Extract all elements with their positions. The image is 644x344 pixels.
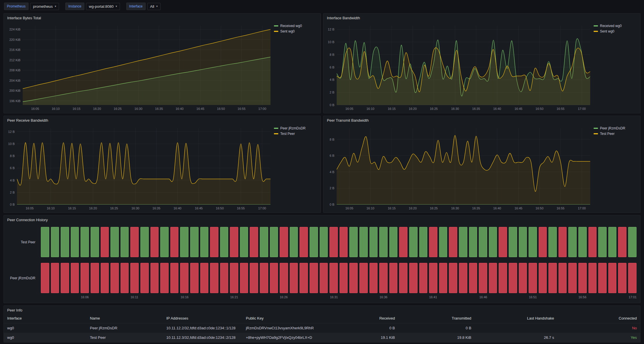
status-bar[interactable] bbox=[548, 263, 557, 293]
status-bar[interactable] bbox=[608, 263, 617, 293]
connection-history-chart[interactable]: Test PeerPeer jRzmDsDR16:0616:1116:1616:… bbox=[6, 225, 637, 301]
status-bar[interactable] bbox=[529, 263, 537, 293]
status-bar[interactable] bbox=[130, 263, 139, 293]
status-bar[interactable] bbox=[389, 263, 398, 293]
status-bar[interactable] bbox=[190, 263, 199, 293]
status-bar[interactable] bbox=[270, 263, 278, 293]
status-bar[interactable] bbox=[628, 263, 637, 293]
table-header-cell[interactable]: Last Handshake bbox=[475, 314, 558, 323]
status-bar[interactable] bbox=[110, 227, 119, 257]
status-bar[interactable] bbox=[41, 263, 49, 293]
status-bar[interactable] bbox=[140, 263, 149, 293]
status-bar[interactable] bbox=[270, 227, 278, 257]
status-bar[interactable] bbox=[519, 227, 527, 257]
legend-item[interactable]: Received wg0 bbox=[274, 24, 318, 28]
status-bar[interactable] bbox=[290, 263, 298, 293]
status-bar[interactable] bbox=[340, 227, 348, 257]
panel-title[interactable]: Peer Transmit Bandwidth bbox=[323, 116, 640, 124]
status-bar[interactable] bbox=[250, 227, 258, 257]
status-bar[interactable] bbox=[180, 263, 188, 293]
table-header-cell[interactable]: Interface bbox=[4, 314, 87, 323]
legend-item[interactable]: Received wg0 bbox=[594, 24, 637, 28]
bytes-total-chart[interactable]: 196 KiB200 KiB204 KiB208 KiB212 KiB216 K… bbox=[6, 23, 272, 111]
status-bar[interactable] bbox=[499, 263, 507, 293]
status-bar[interactable] bbox=[439, 227, 447, 257]
status-bar[interactable] bbox=[429, 263, 437, 293]
legend-item[interactable]: Test Peer bbox=[274, 132, 318, 136]
table-header-cell[interactable]: Transmitted bbox=[398, 314, 475, 323]
status-bar[interactable] bbox=[300, 263, 308, 293]
peer-transmit-chart[interactable]: 0 B2 B4 B6 B8 B16:0516:1016:1516:2016:25… bbox=[326, 125, 592, 211]
variable-label-prometheus[interactable]: Prometheus bbox=[4, 3, 28, 10]
status-bar[interactable] bbox=[598, 227, 607, 257]
status-bar[interactable] bbox=[91, 227, 99, 257]
status-bar[interactable] bbox=[71, 227, 79, 257]
status-bar[interactable] bbox=[220, 227, 228, 257]
status-bar[interactable] bbox=[300, 227, 308, 257]
status-bar[interactable] bbox=[81, 227, 89, 257]
status-bar[interactable] bbox=[91, 263, 99, 293]
status-bar[interactable] bbox=[329, 227, 338, 257]
status-bar[interactable] bbox=[628, 227, 637, 257]
status-bar[interactable] bbox=[130, 227, 139, 257]
status-bar[interactable] bbox=[230, 263, 238, 293]
status-bar[interactable] bbox=[200, 227, 209, 257]
variable-value-instance[interactable]: wg-portal:8080 ▾ bbox=[86, 3, 120, 10]
status-bar[interactable] bbox=[568, 227, 577, 257]
status-bar[interactable] bbox=[150, 263, 159, 293]
panel-title[interactable]: Interface Bytes Total bbox=[4, 14, 321, 21]
status-bar[interactable] bbox=[379, 263, 388, 293]
status-bar[interactable] bbox=[280, 227, 288, 257]
status-bar[interactable] bbox=[150, 227, 159, 257]
status-bar[interactable] bbox=[121, 263, 129, 293]
status-bar[interactable] bbox=[409, 227, 418, 257]
status-bar[interactable] bbox=[260, 227, 268, 257]
status-bar[interactable] bbox=[190, 227, 199, 257]
status-bar[interactable] bbox=[310, 227, 318, 257]
status-bar[interactable] bbox=[419, 263, 428, 293]
status-bar[interactable] bbox=[51, 227, 59, 257]
status-bar[interactable] bbox=[618, 263, 626, 293]
legend-item[interactable]: Test Peer bbox=[594, 132, 637, 136]
status-bar[interactable] bbox=[41, 227, 49, 257]
status-bar[interactable] bbox=[110, 263, 119, 293]
table-header-cell[interactable]: Received bbox=[322, 314, 398, 323]
status-bar[interactable] bbox=[439, 263, 447, 293]
status-bar[interactable] bbox=[489, 227, 497, 257]
status-bar[interactable] bbox=[349, 263, 358, 293]
status-bar[interactable] bbox=[250, 263, 258, 293]
status-bar[interactable] bbox=[230, 227, 238, 257]
status-bar[interactable] bbox=[399, 227, 407, 257]
status-bar[interactable] bbox=[459, 263, 467, 293]
status-bar[interactable] bbox=[340, 263, 348, 293]
status-bar[interactable] bbox=[578, 227, 587, 257]
status-bar[interactable] bbox=[160, 263, 169, 293]
status-bar[interactable] bbox=[588, 263, 597, 293]
status-bar[interactable] bbox=[61, 263, 69, 293]
status-bar[interactable] bbox=[210, 263, 218, 293]
status-bar[interactable] bbox=[81, 263, 89, 293]
status-bar[interactable] bbox=[529, 227, 537, 257]
status-bar[interactable] bbox=[379, 227, 388, 257]
panel-title[interactable]: Interface Bandwidth bbox=[323, 14, 640, 21]
status-bar[interactable] bbox=[220, 263, 228, 293]
status-bar[interactable] bbox=[578, 263, 587, 293]
legend-item[interactable]: Sent wg0 bbox=[274, 29, 318, 33]
status-bar[interactable] bbox=[469, 227, 477, 257]
status-bar[interactable] bbox=[618, 227, 626, 257]
status-bar[interactable] bbox=[509, 227, 517, 257]
status-bar[interactable] bbox=[260, 263, 268, 293]
status-bar[interactable] bbox=[240, 227, 248, 257]
status-bar[interactable] bbox=[509, 263, 517, 293]
table-header-cell[interactable]: IP Addresses bbox=[163, 314, 243, 323]
status-bar[interactable] bbox=[608, 227, 617, 257]
status-bar[interactable] bbox=[329, 263, 338, 293]
status-bar[interactable] bbox=[121, 227, 129, 257]
status-bar[interactable] bbox=[280, 263, 288, 293]
status-bar[interactable] bbox=[369, 227, 378, 257]
status-bar[interactable] bbox=[290, 227, 298, 257]
status-bar[interactable] bbox=[449, 263, 457, 293]
status-bar[interactable] bbox=[429, 227, 437, 257]
status-bar[interactable] bbox=[568, 263, 577, 293]
variable-value-interface[interactable]: All ▾ bbox=[147, 3, 161, 10]
